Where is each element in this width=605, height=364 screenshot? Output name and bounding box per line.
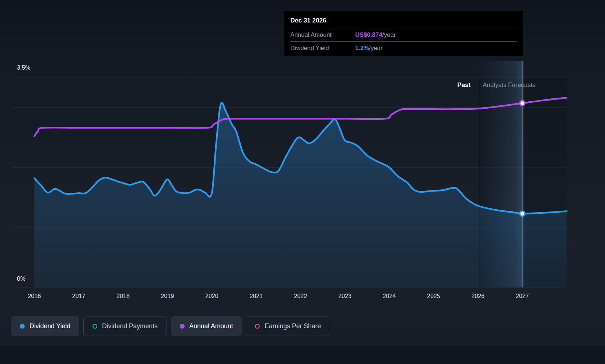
x-axis-year-label: 2027 — [506, 293, 539, 300]
x-axis-year-label: 2026 — [461, 293, 494, 300]
dividend-yield-swatch-icon — [20, 324, 25, 329]
past-zone-label: Past — [413, 81, 471, 89]
y-axis-min-label: 0% — [17, 276, 25, 282]
footer-strip — [0, 346, 605, 364]
annual-amount-swatch-icon — [180, 324, 185, 329]
y-axis-max-label: 3.5% — [17, 64, 30, 71]
dividend-chart-page: Dec 31 2026 Annual Amount US$0.874 /year… — [0, 0, 605, 364]
dividend-payments-swatch-icon — [92, 324, 97, 329]
chart-legend: Dividend Yield Dividend Payments Annual … — [11, 316, 330, 336]
annual-amount-hover-marker[interactable] — [520, 101, 525, 106]
tooltip-dividend-yield-value: 1.2% — [355, 45, 369, 52]
x-axis-year-label: 2025 — [417, 293, 450, 300]
tooltip-dividend-yield-suffix: /year — [369, 45, 383, 52]
x-axis-year-label: 2024 — [373, 293, 406, 300]
tooltip-annual-amount-suffix: /year — [382, 31, 396, 38]
x-axis-year-label: 2020 — [195, 293, 228, 300]
x-axis-year-label: 2017 — [62, 293, 95, 300]
x-axis-year-label: 2023 — [328, 293, 361, 300]
tooltip-annual-amount-label: Annual Amount — [290, 31, 355, 38]
x-axis-year-label: 2018 — [106, 293, 140, 300]
tooltip-dividend-yield-label: Dividend Yield — [290, 45, 355, 52]
tooltip-date: Dec 31 2026 — [290, 15, 517, 28]
x-axis-year-label: 2022 — [284, 293, 317, 300]
legend-dividend-payments[interactable]: Dividend Payments — [83, 316, 167, 336]
legend-dividend-yield-label: Dividend Yield — [29, 322, 70, 330]
tooltip-row-dividend-yield: Dividend Yield 1.2% /year — [290, 41, 517, 55]
legend-annual-amount[interactable]: Annual Amount — [171, 316, 242, 336]
x-axis-year-label: 2016 — [18, 293, 51, 300]
chart-tooltip: Dec 31 2026 Annual Amount US$0.874 /year… — [284, 11, 523, 56]
legend-annual-amount-label: Annual Amount — [189, 322, 233, 330]
tooltip-row-annual-amount: Annual Amount US$0.874 /year — [290, 28, 517, 41]
x-axis-year-label: 2019 — [151, 293, 184, 300]
dividend-yield-hover-marker[interactable] — [520, 211, 525, 216]
legend-dividend-yield[interactable]: Dividend Yield — [11, 316, 79, 336]
legend-dividend-payments-label: Dividend Payments — [102, 322, 158, 330]
tooltip-annual-amount-value: US$0.874 — [355, 31, 382, 38]
x-axis-year-label: 2021 — [239, 293, 273, 300]
analysts-forecasts-zone-label: Analysts Forecasts — [483, 81, 536, 89]
legend-earnings-per-share-label: Earnings Per Share — [265, 322, 321, 330]
earnings-per-share-swatch-icon — [255, 324, 260, 329]
legend-earnings-per-share[interactable]: Earnings Per Share — [246, 316, 330, 336]
